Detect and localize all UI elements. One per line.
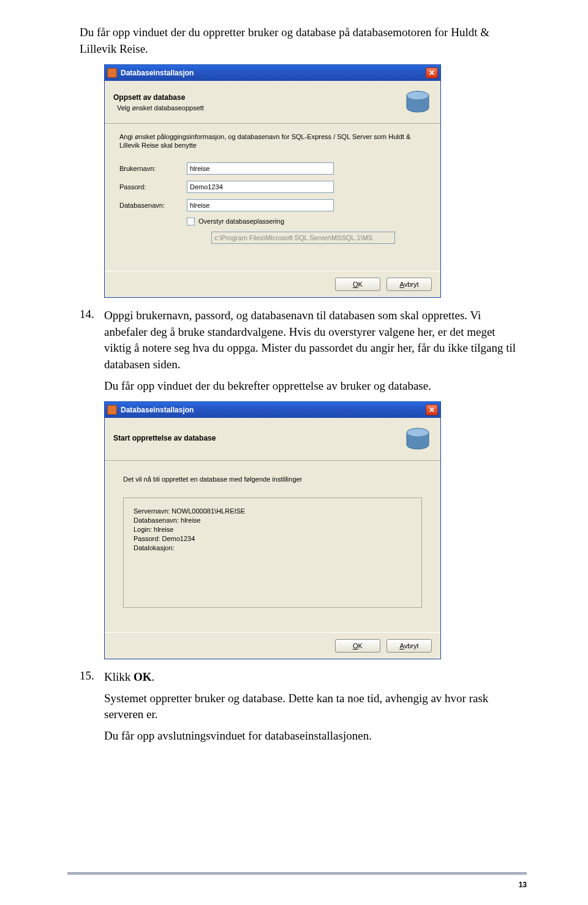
header-subtitle: Velg ønsket databaseoppsett: [113, 104, 398, 112]
step15-text-c: Du får opp avslutningsvinduet for databa…: [104, 728, 521, 744]
confirm-text: Det vil nå bli opprettet en database med…: [123, 475, 422, 483]
step-15: 15. Klikk OK. Systemet oppretter bruker …: [80, 669, 521, 744]
settings-line-password: Passord: Demo1234: [134, 534, 412, 543]
intro-paragraph: Du får opp vinduet der du oppretter bruk…: [80, 25, 521, 57]
dialog-header: Oppsett av database Velg ønsket database…: [105, 81, 440, 124]
dialog-body: Det vil nå bli opprettet en database med…: [105, 461, 440, 632]
window-title: Databaseinstallasjon: [121, 406, 422, 414]
username-input[interactable]: [187, 162, 334, 175]
dialog-header: Start opprettelse av database: [105, 418, 440, 461]
settings-line-dbname: Databasenavn: hlreise: [134, 516, 412, 525]
dbname-label: Databasenavn:: [119, 202, 187, 209]
ok-label-tail: K: [358, 281, 363, 288]
ok-button[interactable]: OK: [335, 278, 380, 291]
step-number: 15.: [80, 669, 97, 744]
header-title: Oppsett av database: [113, 93, 398, 102]
titlebar: Databaseinstallasjon ✕: [105, 65, 440, 81]
override-label: Overstyr databaseplassering: [198, 218, 284, 225]
info-text: Angi ønsket påloggingsinformasjon, og da…: [119, 132, 426, 150]
username-label: Brukernavn:: [119, 165, 187, 172]
app-icon: [107, 68, 117, 78]
dialog-footer: OK Avbryt: [105, 271, 440, 297]
row-username: Brukernavn:: [119, 162, 426, 175]
close-button[interactable]: ✕: [426, 404, 438, 415]
row-dbname: Databasenavn:: [119, 199, 426, 211]
close-icon: ✕: [429, 69, 435, 77]
step-14: 14. Oppgi brukernavn, passord, og databa…: [80, 308, 521, 394]
database-icon: [404, 425, 432, 453]
svg-point-1: [407, 91, 429, 100]
row-password: Passord:: [119, 181, 426, 193]
override-checkbox[interactable]: [187, 218, 195, 225]
settings-line-login: Login: hlreise: [134, 525, 412, 534]
svg-point-3: [407, 428, 429, 437]
dbname-input[interactable]: [187, 199, 334, 211]
dialog1: Databaseinstallasjon ✕ Oppsett av databa…: [104, 64, 441, 298]
step-number: 14.: [80, 308, 97, 394]
close-button[interactable]: ✕: [426, 67, 438, 78]
step15-text-b: Systemet oppretter bruker og database. D…: [104, 691, 521, 723]
path-input: [211, 232, 395, 244]
page-number: 13: [519, 880, 527, 889]
dialog2: Databaseinstallasjon ✕ Start opprettelse…: [104, 401, 441, 659]
dialog1-screenshot: Databaseinstallasjon ✕ Oppsett av databa…: [104, 64, 521, 298]
password-label: Passord:: [119, 183, 187, 191]
window-title: Databaseinstallasjon: [121, 69, 422, 77]
footer-rule: [67, 873, 527, 874]
dialog-body: Angi ønsket påloggingsinformasjon, og da…: [105, 124, 440, 271]
settings-line-server: Servernavn: NOWL000081\HLREISE: [134, 507, 412, 516]
dialog-footer: OK Avbryt: [105, 632, 440, 659]
step15-text-a: Klikk OK.: [104, 669, 521, 686]
close-icon: ✕: [429, 406, 435, 414]
titlebar: Databaseinstallasjon ✕: [105, 402, 440, 418]
override-row: Overstyr databaseplassering: [187, 218, 426, 225]
dialog2-screenshot: Databaseinstallasjon ✕ Start opprettelse…: [104, 401, 521, 659]
app-icon: [107, 405, 117, 415]
settings-box: Servernavn: NOWL000081\HLREISE Databasen…: [123, 498, 422, 608]
step14-text-b: Du får opp vinduet der du bekrefter oppr…: [104, 378, 521, 395]
step14-text-a: Oppgi brukernavn, passord, og databasena…: [104, 308, 521, 373]
cancel-label-tail: vbryt: [404, 281, 419, 288]
settings-line-location: Datalokasjon:: [134, 543, 412, 553]
password-input[interactable]: [187, 181, 334, 193]
ok-button[interactable]: OK: [335, 639, 380, 653]
cancel-button[interactable]: Avbryt: [386, 278, 432, 291]
document-page: Du får opp vinduet der du oppretter bruk…: [0, 0, 588, 775]
row-path: [211, 232, 426, 244]
cancel-button[interactable]: Avbryt: [386, 639, 432, 653]
database-icon: [404, 88, 432, 116]
header-title: Start opprettelse av database: [113, 434, 398, 442]
